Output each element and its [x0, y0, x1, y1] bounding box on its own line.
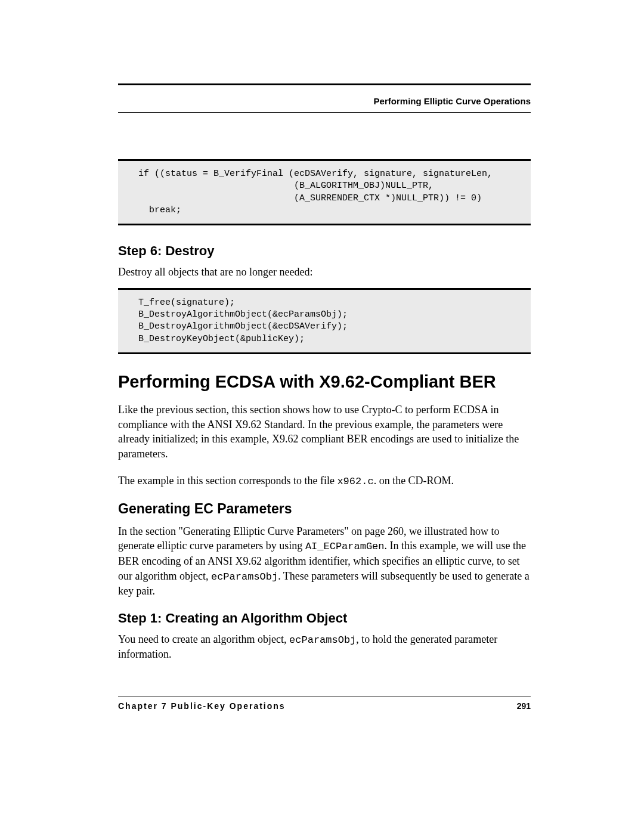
step1-para: You need to create an algorithm object, … — [118, 632, 531, 662]
top-rule — [118, 83, 531, 85]
footer-rule — [118, 696, 531, 696]
step1-pre: You need to create an algorithm object, — [118, 633, 289, 645]
inline-code-x962: x962.c — [337, 476, 373, 487]
section-para2: The example in this section corresponds … — [118, 473, 531, 488]
gen-params-para: In the section "Generating Elliptic Curv… — [118, 524, 531, 599]
inline-code-ecparamsobj-2: ecParamsObj — [289, 634, 356, 646]
inline-code-ai-ecparamgen: AI_ECParamGen — [305, 541, 385, 552]
footer-page-number: 291 — [517, 701, 531, 711]
step1-heading: Step 1: Creating an Algorithm Object — [118, 611, 531, 626]
header-rule — [118, 112, 531, 113]
step6-text: Destroy all objects that are no longer n… — [118, 265, 531, 280]
inline-code-ecparamsobj-1: ecParamsObj — [211, 571, 278, 583]
section-para2-post: . on the CD-ROM. — [374, 475, 454, 487]
gen-params-heading: Generating EC Parameters — [118, 501, 531, 517]
footer-chapter: Chapter 7 Public-Key Operations — [118, 701, 286, 711]
code-block-destroy: T_free(signature); B_DestroyAlgorithmObj… — [118, 288, 531, 354]
section-para2-pre: The example in this section corresponds … — [118, 475, 337, 487]
page-footer: Chapter 7 Public-Key Operations 291 — [118, 696, 531, 711]
code-block-verifyfinal: if ((status = B_VerifyFinal (ecDSAVerify… — [118, 159, 531, 225]
section-title: Performing ECDSA with X9.62-Compliant BE… — [118, 372, 531, 392]
section-para1: Like the previous section, this section … — [118, 402, 531, 462]
running-header: Performing Elliptic Curve Operations — [118, 96, 531, 112]
step6-heading: Step 6: Destroy — [118, 243, 531, 259]
